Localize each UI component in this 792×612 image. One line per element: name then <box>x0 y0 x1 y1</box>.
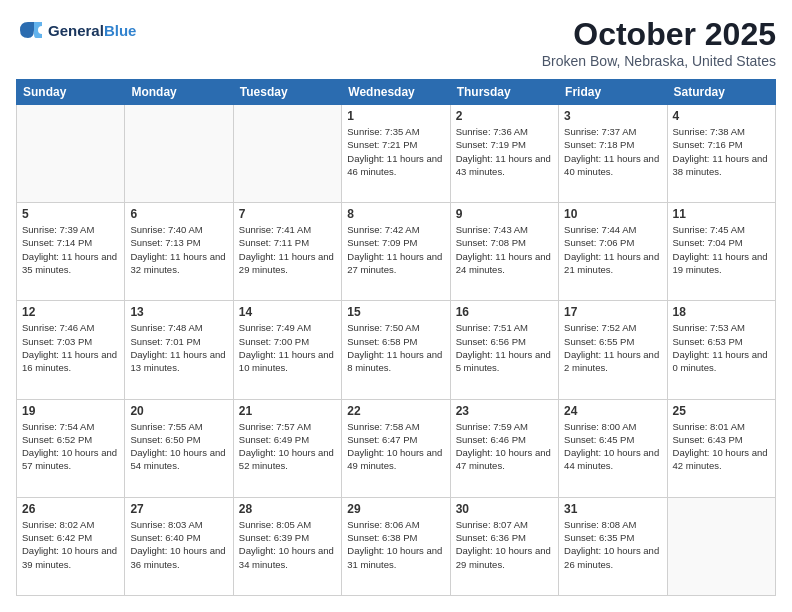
day-info: Sunrise: 7:51 AM Sunset: 6:56 PM Dayligh… <box>456 321 553 374</box>
day-number: 15 <box>347 305 444 319</box>
table-row: 28Sunrise: 8:05 AM Sunset: 6:39 PM Dayli… <box>233 497 341 595</box>
table-row: 27Sunrise: 8:03 AM Sunset: 6:40 PM Dayli… <box>125 497 233 595</box>
day-number: 29 <box>347 502 444 516</box>
day-number: 9 <box>456 207 553 221</box>
logo-text: GeneralBlue <box>48 22 136 39</box>
day-info: Sunrise: 8:03 AM Sunset: 6:40 PM Dayligh… <box>130 518 227 571</box>
day-number: 28 <box>239 502 336 516</box>
day-info: Sunrise: 7:54 AM Sunset: 6:52 PM Dayligh… <box>22 420 119 473</box>
table-row: 14Sunrise: 7:49 AM Sunset: 7:00 PM Dayli… <box>233 301 341 399</box>
day-info: Sunrise: 8:01 AM Sunset: 6:43 PM Dayligh… <box>673 420 770 473</box>
table-row: 15Sunrise: 7:50 AM Sunset: 6:58 PM Dayli… <box>342 301 450 399</box>
table-row: 11Sunrise: 7:45 AM Sunset: 7:04 PM Dayli… <box>667 203 775 301</box>
day-number: 7 <box>239 207 336 221</box>
col-saturday: Saturday <box>667 80 775 105</box>
table-row: 7Sunrise: 7:41 AM Sunset: 7:11 PM Daylig… <box>233 203 341 301</box>
day-number: 16 <box>456 305 553 319</box>
day-number: 17 <box>564 305 661 319</box>
table-row: 24Sunrise: 8:00 AM Sunset: 6:45 PM Dayli… <box>559 399 667 497</box>
table-row: 8Sunrise: 7:42 AM Sunset: 7:09 PM Daylig… <box>342 203 450 301</box>
calendar-table: Sunday Monday Tuesday Wednesday Thursday… <box>16 79 776 596</box>
day-info: Sunrise: 7:42 AM Sunset: 7:09 PM Dayligh… <box>347 223 444 276</box>
day-number: 18 <box>673 305 770 319</box>
day-info: Sunrise: 8:05 AM Sunset: 6:39 PM Dayligh… <box>239 518 336 571</box>
location: Broken Bow, Nebraska, United States <box>542 53 776 69</box>
table-row: 2Sunrise: 7:36 AM Sunset: 7:19 PM Daylig… <box>450 105 558 203</box>
table-row: 9Sunrise: 7:43 AM Sunset: 7:08 PM Daylig… <box>450 203 558 301</box>
day-number: 11 <box>673 207 770 221</box>
day-number: 1 <box>347 109 444 123</box>
day-number: 26 <box>22 502 119 516</box>
table-row: 29Sunrise: 8:06 AM Sunset: 6:38 PM Dayli… <box>342 497 450 595</box>
day-info: Sunrise: 7:43 AM Sunset: 7:08 PM Dayligh… <box>456 223 553 276</box>
table-row: 22Sunrise: 7:58 AM Sunset: 6:47 PM Dayli… <box>342 399 450 497</box>
day-info: Sunrise: 7:52 AM Sunset: 6:55 PM Dayligh… <box>564 321 661 374</box>
day-number: 19 <box>22 404 119 418</box>
table-row: 26Sunrise: 8:02 AM Sunset: 6:42 PM Dayli… <box>17 497 125 595</box>
day-info: Sunrise: 7:53 AM Sunset: 6:53 PM Dayligh… <box>673 321 770 374</box>
day-info: Sunrise: 7:44 AM Sunset: 7:06 PM Dayligh… <box>564 223 661 276</box>
day-info: Sunrise: 7:57 AM Sunset: 6:49 PM Dayligh… <box>239 420 336 473</box>
day-info: Sunrise: 7:39 AM Sunset: 7:14 PM Dayligh… <box>22 223 119 276</box>
table-row: 18Sunrise: 7:53 AM Sunset: 6:53 PM Dayli… <box>667 301 775 399</box>
day-number: 22 <box>347 404 444 418</box>
table-row: 10Sunrise: 7:44 AM Sunset: 7:06 PM Dayli… <box>559 203 667 301</box>
day-info: Sunrise: 7:38 AM Sunset: 7:16 PM Dayligh… <box>673 125 770 178</box>
day-info: Sunrise: 8:02 AM Sunset: 6:42 PM Dayligh… <box>22 518 119 571</box>
table-row <box>17 105 125 203</box>
day-number: 31 <box>564 502 661 516</box>
calendar-header-row: Sunday Monday Tuesday Wednesday Thursday… <box>17 80 776 105</box>
day-number: 14 <box>239 305 336 319</box>
table-row <box>667 497 775 595</box>
day-info: Sunrise: 7:50 AM Sunset: 6:58 PM Dayligh… <box>347 321 444 374</box>
day-number: 13 <box>130 305 227 319</box>
table-row: 19Sunrise: 7:54 AM Sunset: 6:52 PM Dayli… <box>17 399 125 497</box>
day-info: Sunrise: 8:08 AM Sunset: 6:35 PM Dayligh… <box>564 518 661 571</box>
day-number: 4 <box>673 109 770 123</box>
calendar-week-row: 19Sunrise: 7:54 AM Sunset: 6:52 PM Dayli… <box>17 399 776 497</box>
col-thursday: Thursday <box>450 80 558 105</box>
table-row: 4Sunrise: 7:38 AM Sunset: 7:16 PM Daylig… <box>667 105 775 203</box>
day-number: 23 <box>456 404 553 418</box>
table-row: 16Sunrise: 7:51 AM Sunset: 6:56 PM Dayli… <box>450 301 558 399</box>
col-wednesday: Wednesday <box>342 80 450 105</box>
day-info: Sunrise: 8:00 AM Sunset: 6:45 PM Dayligh… <box>564 420 661 473</box>
table-row <box>125 105 233 203</box>
col-tuesday: Tuesday <box>233 80 341 105</box>
table-row: 31Sunrise: 8:08 AM Sunset: 6:35 PM Dayli… <box>559 497 667 595</box>
table-row: 23Sunrise: 7:59 AM Sunset: 6:46 PM Dayli… <box>450 399 558 497</box>
day-number: 2 <box>456 109 553 123</box>
page: GeneralBlue October 2025 Broken Bow, Neb… <box>0 0 792 612</box>
table-row: 1Sunrise: 7:35 AM Sunset: 7:21 PM Daylig… <box>342 105 450 203</box>
table-row: 20Sunrise: 7:55 AM Sunset: 6:50 PM Dayli… <box>125 399 233 497</box>
day-number: 10 <box>564 207 661 221</box>
title-block: October 2025 Broken Bow, Nebraska, Unite… <box>542 16 776 69</box>
calendar-week-row: 26Sunrise: 8:02 AM Sunset: 6:42 PM Dayli… <box>17 497 776 595</box>
table-row: 25Sunrise: 8:01 AM Sunset: 6:43 PM Dayli… <box>667 399 775 497</box>
table-row <box>233 105 341 203</box>
table-row: 3Sunrise: 7:37 AM Sunset: 7:18 PM Daylig… <box>559 105 667 203</box>
day-number: 12 <box>22 305 119 319</box>
day-number: 3 <box>564 109 661 123</box>
header: GeneralBlue October 2025 Broken Bow, Neb… <box>16 16 776 69</box>
day-info: Sunrise: 7:59 AM Sunset: 6:46 PM Dayligh… <box>456 420 553 473</box>
day-number: 27 <box>130 502 227 516</box>
day-number: 24 <box>564 404 661 418</box>
calendar-week-row: 12Sunrise: 7:46 AM Sunset: 7:03 PM Dayli… <box>17 301 776 399</box>
day-number: 30 <box>456 502 553 516</box>
col-friday: Friday <box>559 80 667 105</box>
day-number: 21 <box>239 404 336 418</box>
day-info: Sunrise: 7:46 AM Sunset: 7:03 PM Dayligh… <box>22 321 119 374</box>
table-row: 17Sunrise: 7:52 AM Sunset: 6:55 PM Dayli… <box>559 301 667 399</box>
day-info: Sunrise: 7:58 AM Sunset: 6:47 PM Dayligh… <box>347 420 444 473</box>
day-number: 5 <box>22 207 119 221</box>
logo: GeneralBlue <box>16 16 136 44</box>
month-title: October 2025 <box>542 16 776 53</box>
day-info: Sunrise: 7:40 AM Sunset: 7:13 PM Dayligh… <box>130 223 227 276</box>
day-info: Sunrise: 7:35 AM Sunset: 7:21 PM Dayligh… <box>347 125 444 178</box>
day-number: 25 <box>673 404 770 418</box>
calendar-week-row: 1Sunrise: 7:35 AM Sunset: 7:21 PM Daylig… <box>17 105 776 203</box>
day-info: Sunrise: 7:36 AM Sunset: 7:19 PM Dayligh… <box>456 125 553 178</box>
day-info: Sunrise: 7:41 AM Sunset: 7:11 PM Dayligh… <box>239 223 336 276</box>
table-row: 5Sunrise: 7:39 AM Sunset: 7:14 PM Daylig… <box>17 203 125 301</box>
